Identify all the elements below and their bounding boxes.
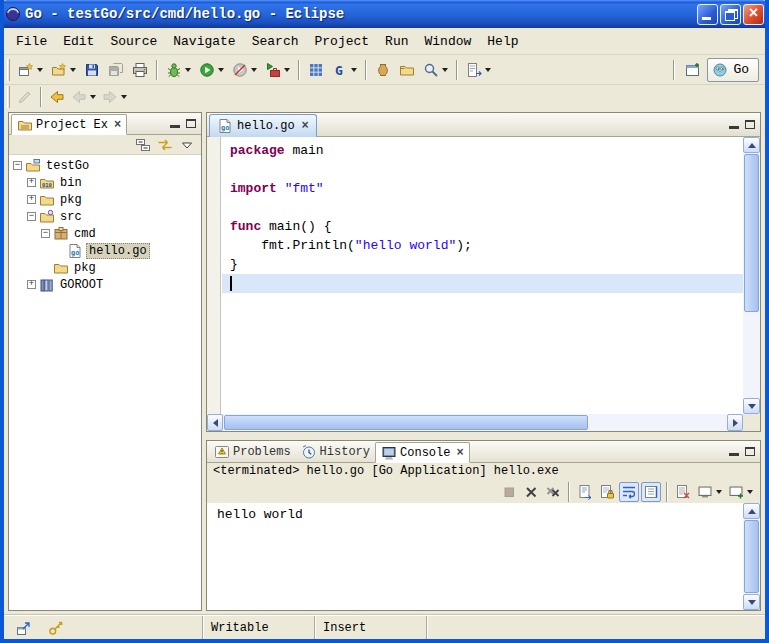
collapse-box-icon[interactable]: −: [41, 229, 50, 238]
scrollbar-thumb[interactable]: [224, 415, 588, 430]
scrollbar-thumb[interactable]: [744, 154, 759, 312]
scroll-up-button[interactable]: [743, 137, 760, 153]
close-view-icon[interactable]: ×: [114, 119, 121, 131]
code-line-5[interactable]: func main() {: [222, 217, 743, 236]
nav-back-button[interactable]: [69, 87, 98, 107]
toolbar-grip[interactable]: [7, 59, 10, 81]
go-perspective-button[interactable]: Go: [707, 58, 759, 82]
tree-item-goroot[interactable]: +GOROOT: [9, 276, 201, 293]
console-output-area[interactable]: hello world: [207, 503, 760, 610]
search-button[interactable]: [420, 58, 451, 82]
code-line-4[interactable]: [222, 198, 743, 217]
scroll-down-button[interactable]: [743, 398, 760, 414]
code-line-7[interactable]: }: [222, 255, 743, 274]
scroll-left-button[interactable]: [207, 414, 223, 431]
dropdown-arrow-icon[interactable]: [284, 68, 290, 72]
external-tools-button[interactable]: [262, 58, 293, 82]
restore-button[interactable]: [720, 4, 741, 25]
dropdown-arrow-icon[interactable]: [37, 68, 43, 72]
editor-vertical-scrollbar[interactable]: [743, 137, 760, 414]
remove-all-button[interactable]: [543, 482, 563, 502]
window-titlebar[interactable]: Go - testGo/src/cmd/hello.go - Eclipse ×: [0, 0, 769, 28]
expand-box-icon[interactable]: +: [27, 195, 36, 204]
minimize-view-icon[interactable]: [729, 453, 739, 456]
menu-item-file[interactable]: File: [8, 31, 55, 52]
terminate-button[interactable]: [499, 482, 519, 502]
view-menu-button[interactable]: [177, 135, 197, 155]
toolbar-grip[interactable]: [7, 86, 10, 108]
scroll-lock-button[interactable]: [641, 482, 661, 502]
dropdown-arrow-icon[interactable]: [747, 490, 753, 494]
scroll-right-button[interactable]: [727, 414, 743, 431]
dropdown-arrow-icon[interactable]: [485, 68, 491, 72]
nav-forward-button[interactable]: [100, 87, 129, 107]
close-view-icon[interactable]: ×: [456, 447, 463, 459]
run-config-button[interactable]: [229, 58, 260, 82]
print-button[interactable]: [129, 58, 151, 82]
go-grid-button[interactable]: [305, 58, 327, 82]
save-button[interactable]: [81, 58, 103, 82]
display-console-button[interactable]: [695, 482, 724, 502]
remove-launch-button[interactable]: [521, 482, 541, 502]
word-wrap-button[interactable]: [619, 482, 639, 502]
expand-box-icon[interactable]: +: [27, 178, 36, 187]
tab-project-explorer[interactable]: Project Ex ×: [11, 114, 127, 135]
dropdown-arrow-icon[interactable]: [218, 68, 224, 72]
open-perspective-button[interactable]: [682, 58, 704, 82]
new-wizard-button[interactable]: [15, 58, 46, 82]
annotation-button[interactable]: [463, 58, 494, 82]
open-console-button[interactable]: [726, 482, 755, 502]
dropdown-arrow-icon[interactable]: [442, 68, 448, 72]
tab-problems[interactable]: Problems: [209, 441, 296, 462]
minimize-view-icon[interactable]: [729, 126, 739, 129]
go-letter-button[interactable]: G: [329, 58, 360, 82]
debug-button[interactable]: [163, 58, 194, 82]
key-button[interactable]: [45, 616, 67, 640]
console-vertical-scrollbar[interactable]: [743, 503, 760, 610]
dropdown-arrow-icon[interactable]: [716, 490, 722, 494]
tab-console[interactable]: Console×: [375, 442, 470, 463]
tree-item-testgo[interactable]: −testGo: [9, 157, 201, 174]
dropdown-arrow-icon[interactable]: [251, 68, 257, 72]
minimize-view-icon[interactable]: [170, 125, 180, 128]
tree-item-hello-go[interactable]: gohello.go: [9, 242, 201, 259]
expand-box-icon[interactable]: +: [27, 280, 36, 289]
menu-item-window[interactable]: Window: [417, 31, 480, 52]
menu-item-edit[interactable]: Edit: [55, 31, 102, 52]
lock-console-button[interactable]: [597, 482, 617, 502]
dropdown-arrow-icon[interactable]: [70, 68, 76, 72]
clear-console-button[interactable]: [673, 482, 693, 502]
tree-item-src[interactable]: −src: [9, 208, 201, 225]
close-button[interactable]: ×: [743, 4, 764, 25]
collapse-box-icon[interactable]: −: [27, 212, 36, 221]
menu-item-search[interactable]: Search: [244, 31, 307, 52]
back-yellow-button[interactable]: [47, 87, 67, 107]
dropdown-arrow-icon[interactable]: [90, 95, 96, 99]
run-button[interactable]: [196, 58, 227, 82]
maximize-view-icon[interactable]: [745, 447, 755, 456]
code-line-8[interactable]: [222, 274, 743, 293]
scrollbar-thumb[interactable]: [744, 520, 759, 593]
code-editor[interactable]: package mainimport "fmt"func main() { fm…: [222, 137, 743, 414]
code-line-6[interactable]: fmt.Println("hello world");: [222, 236, 743, 255]
scroll-down-button[interactable]: [743, 594, 760, 610]
tree-item-pkg[interactable]: +pkg: [9, 191, 201, 208]
menu-item-project[interactable]: Project: [306, 31, 377, 52]
menu-item-help[interactable]: Help: [479, 31, 526, 52]
code-line-3[interactable]: import "fmt": [222, 179, 743, 198]
dropdown-arrow-icon[interactable]: [121, 95, 127, 99]
fast-view-button[interactable]: [13, 616, 35, 640]
tree-item-pkg[interactable]: pkg: [9, 259, 201, 276]
scroll-up-button[interactable]: [743, 503, 760, 519]
close-editor-icon[interactable]: ×: [302, 120, 309, 132]
collapse-box-icon[interactable]: −: [13, 161, 22, 170]
menu-item-run[interactable]: Run: [377, 31, 416, 52]
export-log-button[interactable]: [575, 482, 595, 502]
minimize-button[interactable]: [697, 4, 718, 25]
open-folder-button[interactable]: [396, 58, 418, 82]
new-go-element-button[interactable]: [48, 58, 79, 82]
jar-button[interactable]: [372, 58, 394, 82]
link-editor-button[interactable]: [155, 135, 175, 155]
code-line-2[interactable]: [222, 160, 743, 179]
code-line-1[interactable]: package main: [222, 141, 743, 160]
